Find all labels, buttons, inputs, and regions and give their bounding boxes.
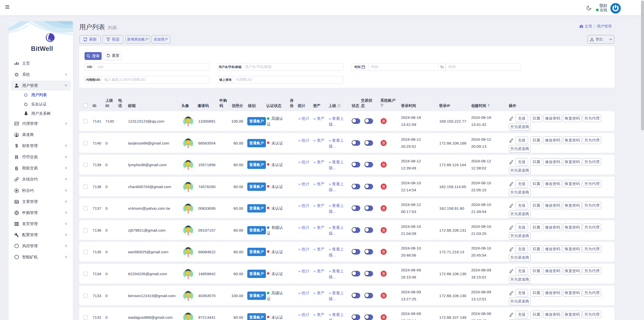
svg-text:$: $ <box>15 143 18 148</box>
svg-text:?: ? <box>338 104 340 107</box>
svg-text:B: B <box>15 155 18 160</box>
svg-text:B: B <box>15 166 18 171</box>
